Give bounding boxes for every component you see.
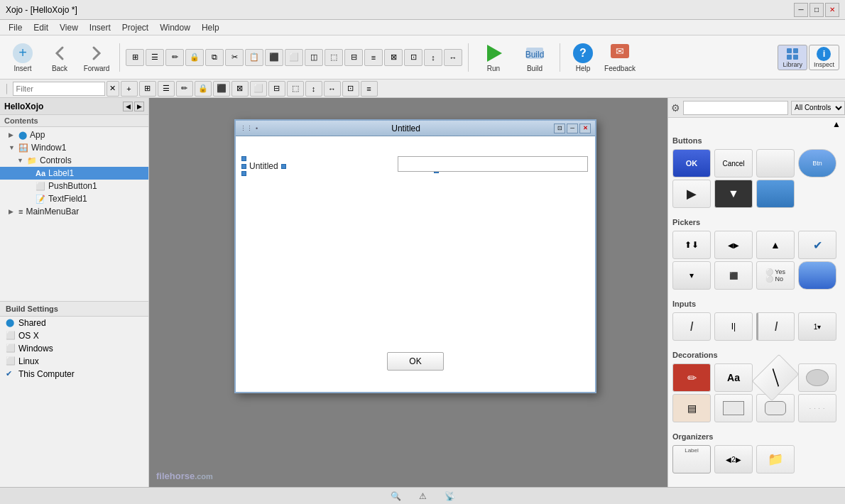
tab-panel-control[interactable]: ◀2▶ <box>714 445 753 473</box>
align-btn-8[interactable]: ⊟ <box>268 81 285 97</box>
inspect-button[interactable]: i Inspect <box>809 45 839 70</box>
copy-button[interactable]: ⧉ <box>205 49 224 66</box>
more-btn-2[interactable]: ◫ <box>305 49 323 66</box>
dropdown-control[interactable]: ▾ <box>672 261 711 290</box>
blue-sq-control[interactable] <box>756 180 795 208</box>
spinner-control[interactable]: 1▾ <box>798 312 836 341</box>
more-btn-5[interactable]: ≡ <box>364 49 383 66</box>
status-search-icon[interactable]: 🔍 <box>389 490 402 503</box>
menu-view[interactable]: View <box>54 21 84 34</box>
cancel-control[interactable]: Cancel <box>714 149 753 177</box>
status-rss-icon[interactable]: 📡 <box>443 490 456 503</box>
list-button[interactable]: ☰ <box>146 49 164 66</box>
dark-tri-control[interactable]: ▼ <box>714 180 753 208</box>
more-btn-4[interactable]: ⊟ <box>344 49 363 66</box>
radio-control[interactable]: ⚪ Yes⚪ No <box>756 261 795 290</box>
textfield-control[interactable] <box>398 156 588 172</box>
paste-button[interactable]: 📋 <box>245 49 263 66</box>
rect-control[interactable] <box>714 394 753 422</box>
toggle-control[interactable] <box>798 261 836 290</box>
tall-text-control[interactable]: I <box>756 312 795 341</box>
label-box-control[interactable]: Label <box>672 445 711 473</box>
build-button[interactable]: Build Build <box>516 38 554 77</box>
add-item[interactable]: + <box>121 81 138 97</box>
align-btn-12[interactable]: ⊡ <box>342 81 359 97</box>
menu-window[interactable]: Window <box>154 21 196 34</box>
edit-button[interactable]: ✏ <box>165 49 184 66</box>
lock-button[interactable]: 🔒 <box>185 49 204 66</box>
minimize-button[interactable]: ─ <box>794 3 808 17</box>
build-item-shared[interactable]: ⬤ Shared <box>0 317 148 329</box>
image-well-control[interactable]: ▤ <box>672 394 711 422</box>
tree-item-controls[interactable]: ▼ 📁 Controls <box>0 154 148 167</box>
back-button[interactable]: Back <box>43 38 77 77</box>
expander-menu[interactable]: ▶ <box>9 208 17 215</box>
align-btn-7[interactable]: ⬜ <box>250 81 267 97</box>
nav-prev[interactable]: ◀ <box>123 102 133 111</box>
more-btn-8[interactable]: ↕ <box>424 49 442 66</box>
menu-file[interactable]: File <box>3 21 28 34</box>
expander-window1[interactable]: ▼ <box>9 144 17 151</box>
tree-item-menubar[interactable]: ▶ ≡ MainMenuBar <box>0 205 148 218</box>
play-control[interactable]: ▶ <box>672 180 711 208</box>
align-btn-2[interactable]: ☰ <box>158 81 175 97</box>
menu-project[interactable]: Project <box>116 21 154 34</box>
build-item-this-computer[interactable]: ✔ This Computer <box>0 368 148 380</box>
gear-icon[interactable]: ⚙ <box>671 102 680 114</box>
menu-edit[interactable]: Edit <box>28 21 54 34</box>
align-btn-11[interactable]: ↔ <box>324 81 341 97</box>
dialog-resize-btn[interactable]: ⊡ <box>554 124 565 133</box>
build-item-osx[interactable]: ⬜ OS X <box>0 329 148 342</box>
align-btn-3[interactable]: ✏ <box>176 81 193 97</box>
label-aa-control[interactable]: Aa <box>714 363 753 392</box>
dialog-minimize-btn[interactable]: ─ <box>567 124 578 133</box>
more-btn-1[interactable]: ⬜ <box>285 49 303 66</box>
tree-item-textfield1[interactable]: 📝 TextField1 <box>0 192 148 205</box>
oval-control[interactable] <box>798 363 836 392</box>
expander-controls[interactable]: ▼ <box>17 157 26 164</box>
build-item-linux[interactable]: ⬜ Linux <box>0 355 148 368</box>
scroll-up[interactable]: ▲ <box>668 118 845 131</box>
more-btn-3[interactable]: ⬚ <box>325 49 343 66</box>
rounded-rect-control[interactable] <box>756 394 795 422</box>
more-btn-9[interactable]: ↔ <box>444 49 462 66</box>
tree-item-label1[interactable]: Aa Label1 <box>0 167 148 180</box>
align-btn-5[interactable]: ⬛ <box>213 81 230 97</box>
maximize-button[interactable]: □ <box>809 3 824 17</box>
feedback-button[interactable]: ✉ Feedback <box>603 38 637 77</box>
slider-control[interactable]: ◀▶ <box>714 231 753 259</box>
tree-item-app[interactable]: ▶ ⬤ App <box>0 128 148 141</box>
uparrow-control[interactable]: ▲ <box>756 231 795 259</box>
help-button[interactable]: ? Help <box>566 38 600 77</box>
more-btn-7[interactable]: ⊡ <box>404 49 422 66</box>
status-warn-icon[interactable]: ⚠ <box>416 490 429 503</box>
tree-item-pushbutton1[interactable]: ⬜ PushButton1 <box>0 180 148 192</box>
folder-control[interactable]: 📁 <box>756 445 795 473</box>
stepper-control[interactable]: ⬆⬇ <box>672 231 711 259</box>
forward-button[interactable]: Forward <box>80 38 114 77</box>
dialog-close-btn[interactable]: ✕ <box>579 124 591 133</box>
menu-insert[interactable]: Insert <box>84 21 116 34</box>
build-item-windows[interactable]: ⬜ Windows <box>0 342 148 355</box>
filter-input[interactable] <box>13 82 105 96</box>
controls-dropdown[interactable]: All Controls Buttons Pickers Inputs Deco… <box>791 101 845 115</box>
close-button[interactable]: ✕ <box>825 3 839 17</box>
run-button[interactable]: Run <box>474 38 513 77</box>
library-search[interactable] <box>683 101 788 115</box>
dialog-body[interactable]: Untitled OK <box>236 136 595 392</box>
align-btn-13[interactable]: ≡ <box>361 81 378 97</box>
align-btn-6[interactable]: ⊠ <box>231 81 249 97</box>
plain-control[interactable] <box>756 149 795 177</box>
cut-button[interactable]: ✂ <box>225 49 244 66</box>
filter-clear[interactable]: ✕ <box>107 81 119 97</box>
db-stepper-control[interactable]: ⬛ <box>714 261 753 290</box>
align-btn-9[interactable]: ⬚ <box>287 81 304 97</box>
expander-app[interactable]: ▶ <box>9 131 17 138</box>
canvas-control[interactable]: ✏ <box>672 363 711 392</box>
nav-next[interactable]: ▶ <box>134 102 144 111</box>
styled-text-control[interactable]: I| <box>714 312 753 341</box>
align-btn-1[interactable]: ⊞ <box>139 81 156 97</box>
menu-help[interactable]: Help <box>196 21 225 34</box>
ok-control[interactable]: OK <box>672 149 711 177</box>
insert-button[interactable]: + Insert <box>6 38 40 77</box>
